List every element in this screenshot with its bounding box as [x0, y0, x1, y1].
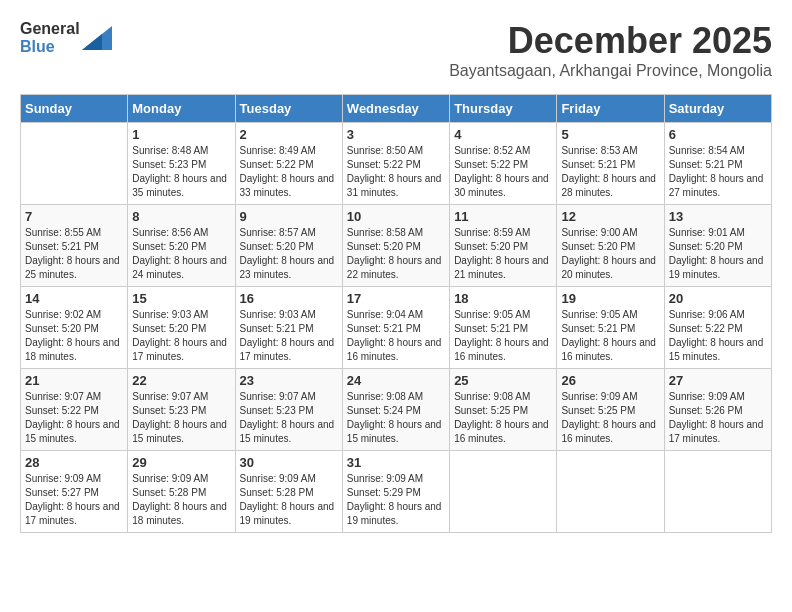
day-number: 4	[454, 127, 552, 142]
day-header-tuesday: Tuesday	[235, 95, 342, 123]
calendar-cell	[557, 451, 664, 533]
calendar-cell: 13Sunrise: 9:01 AMSunset: 5:20 PMDayligh…	[664, 205, 771, 287]
day-number: 6	[669, 127, 767, 142]
day-number: 24	[347, 373, 445, 388]
day-info: Sunrise: 9:08 AMSunset: 5:25 PMDaylight:…	[454, 390, 552, 446]
day-info: Sunrise: 8:56 AMSunset: 5:20 PMDaylight:…	[132, 226, 230, 282]
day-info: Sunrise: 8:52 AMSunset: 5:22 PMDaylight:…	[454, 144, 552, 200]
day-number: 28	[25, 455, 123, 470]
calendar-cell: 23Sunrise: 9:07 AMSunset: 5:23 PMDayligh…	[235, 369, 342, 451]
calendar-cell: 2Sunrise: 8:49 AMSunset: 5:22 PMDaylight…	[235, 123, 342, 205]
day-number: 13	[669, 209, 767, 224]
calendar-cell: 14Sunrise: 9:02 AMSunset: 5:20 PMDayligh…	[21, 287, 128, 369]
day-number: 3	[347, 127, 445, 142]
day-info: Sunrise: 9:07 AMSunset: 5:23 PMDaylight:…	[240, 390, 338, 446]
day-header-saturday: Saturday	[664, 95, 771, 123]
day-info: Sunrise: 9:07 AMSunset: 5:22 PMDaylight:…	[25, 390, 123, 446]
day-info: Sunrise: 9:04 AMSunset: 5:21 PMDaylight:…	[347, 308, 445, 364]
calendar-cell: 3Sunrise: 8:50 AMSunset: 5:22 PMDaylight…	[342, 123, 449, 205]
day-number: 15	[132, 291, 230, 306]
day-info: Sunrise: 9:05 AMSunset: 5:21 PMDaylight:…	[454, 308, 552, 364]
day-number: 19	[561, 291, 659, 306]
day-info: Sunrise: 9:09 AMSunset: 5:26 PMDaylight:…	[669, 390, 767, 446]
day-info: Sunrise: 9:07 AMSunset: 5:23 PMDaylight:…	[132, 390, 230, 446]
calendar-cell: 20Sunrise: 9:06 AMSunset: 5:22 PMDayligh…	[664, 287, 771, 369]
calendar-cell: 11Sunrise: 8:59 AMSunset: 5:20 PMDayligh…	[450, 205, 557, 287]
day-info: Sunrise: 8:59 AMSunset: 5:20 PMDaylight:…	[454, 226, 552, 282]
calendar-cell: 16Sunrise: 9:03 AMSunset: 5:21 PMDayligh…	[235, 287, 342, 369]
calendar-cell: 25Sunrise: 9:08 AMSunset: 5:25 PMDayligh…	[450, 369, 557, 451]
day-number: 25	[454, 373, 552, 388]
day-info: Sunrise: 8:58 AMSunset: 5:20 PMDaylight:…	[347, 226, 445, 282]
logo-blue: Blue	[20, 38, 55, 55]
calendar-cell	[664, 451, 771, 533]
calendar-cell: 19Sunrise: 9:05 AMSunset: 5:21 PMDayligh…	[557, 287, 664, 369]
day-number: 9	[240, 209, 338, 224]
page-container: General Blue December 2025 Bayantsagaan,…	[20, 20, 772, 533]
calendar-cell: 29Sunrise: 9:09 AMSunset: 5:28 PMDayligh…	[128, 451, 235, 533]
calendar-cell: 18Sunrise: 9:05 AMSunset: 5:21 PMDayligh…	[450, 287, 557, 369]
calendar-cell: 27Sunrise: 9:09 AMSunset: 5:26 PMDayligh…	[664, 369, 771, 451]
day-number: 8	[132, 209, 230, 224]
logo-icon	[82, 26, 112, 50]
day-info: Sunrise: 9:00 AMSunset: 5:20 PMDaylight:…	[561, 226, 659, 282]
calendar-cell: 1Sunrise: 8:48 AMSunset: 5:23 PMDaylight…	[128, 123, 235, 205]
day-info: Sunrise: 9:03 AMSunset: 5:20 PMDaylight:…	[132, 308, 230, 364]
calendar-table: SundayMondayTuesdayWednesdayThursdayFrid…	[20, 94, 772, 533]
day-number: 18	[454, 291, 552, 306]
month-title: December 2025	[449, 20, 772, 62]
day-number: 2	[240, 127, 338, 142]
day-number: 20	[669, 291, 767, 306]
calendar-cell	[450, 451, 557, 533]
calendar-cell: 8Sunrise: 8:56 AMSunset: 5:20 PMDaylight…	[128, 205, 235, 287]
day-number: 26	[561, 373, 659, 388]
day-info: Sunrise: 8:53 AMSunset: 5:21 PMDaylight:…	[561, 144, 659, 200]
day-number: 14	[25, 291, 123, 306]
calendar-cell: 15Sunrise: 9:03 AMSunset: 5:20 PMDayligh…	[128, 287, 235, 369]
day-number: 22	[132, 373, 230, 388]
calendar-cell: 9Sunrise: 8:57 AMSunset: 5:20 PMDaylight…	[235, 205, 342, 287]
calendar-cell: 4Sunrise: 8:52 AMSunset: 5:22 PMDaylight…	[450, 123, 557, 205]
day-header-thursday: Thursday	[450, 95, 557, 123]
week-row-0: 1Sunrise: 8:48 AMSunset: 5:23 PMDaylight…	[21, 123, 772, 205]
calendar-cell: 31Sunrise: 9:09 AMSunset: 5:29 PMDayligh…	[342, 451, 449, 533]
day-info: Sunrise: 8:50 AMSunset: 5:22 PMDaylight:…	[347, 144, 445, 200]
day-number: 16	[240, 291, 338, 306]
calendar-cell	[21, 123, 128, 205]
day-info: Sunrise: 9:08 AMSunset: 5:24 PMDaylight:…	[347, 390, 445, 446]
day-header-friday: Friday	[557, 95, 664, 123]
day-number: 23	[240, 373, 338, 388]
day-number: 12	[561, 209, 659, 224]
title-block: December 2025 Bayantsagaan, Arkhangai Pr…	[449, 20, 772, 90]
calendar-cell: 24Sunrise: 9:08 AMSunset: 5:24 PMDayligh…	[342, 369, 449, 451]
header-row: SundayMondayTuesdayWednesdayThursdayFrid…	[21, 95, 772, 123]
day-number: 7	[25, 209, 123, 224]
calendar-cell: 7Sunrise: 8:55 AMSunset: 5:21 PMDaylight…	[21, 205, 128, 287]
svg-marker-1	[82, 34, 102, 50]
calendar-cell: 28Sunrise: 9:09 AMSunset: 5:27 PMDayligh…	[21, 451, 128, 533]
logo: General Blue	[20, 20, 112, 56]
calendar-cell: 12Sunrise: 9:00 AMSunset: 5:20 PMDayligh…	[557, 205, 664, 287]
day-info: Sunrise: 9:09 AMSunset: 5:28 PMDaylight:…	[132, 472, 230, 528]
logo-general: General	[20, 20, 80, 37]
day-number: 31	[347, 455, 445, 470]
day-info: Sunrise: 8:49 AMSunset: 5:22 PMDaylight:…	[240, 144, 338, 200]
day-number: 29	[132, 455, 230, 470]
day-number: 17	[347, 291, 445, 306]
day-info: Sunrise: 8:48 AMSunset: 5:23 PMDaylight:…	[132, 144, 230, 200]
header: General Blue December 2025 Bayantsagaan,…	[20, 20, 772, 90]
day-info: Sunrise: 9:09 AMSunset: 5:28 PMDaylight:…	[240, 472, 338, 528]
calendar-cell: 5Sunrise: 8:53 AMSunset: 5:21 PMDaylight…	[557, 123, 664, 205]
calendar-cell: 21Sunrise: 9:07 AMSunset: 5:22 PMDayligh…	[21, 369, 128, 451]
day-header-wednesday: Wednesday	[342, 95, 449, 123]
calendar-cell: 17Sunrise: 9:04 AMSunset: 5:21 PMDayligh…	[342, 287, 449, 369]
week-row-1: 7Sunrise: 8:55 AMSunset: 5:21 PMDaylight…	[21, 205, 772, 287]
day-info: Sunrise: 9:09 AMSunset: 5:29 PMDaylight:…	[347, 472, 445, 528]
day-info: Sunrise: 9:01 AMSunset: 5:20 PMDaylight:…	[669, 226, 767, 282]
subtitle: Bayantsagaan, Arkhangai Province, Mongol…	[449, 62, 772, 80]
calendar-cell: 22Sunrise: 9:07 AMSunset: 5:23 PMDayligh…	[128, 369, 235, 451]
day-info: Sunrise: 9:05 AMSunset: 5:21 PMDaylight:…	[561, 308, 659, 364]
day-number: 27	[669, 373, 767, 388]
day-number: 11	[454, 209, 552, 224]
day-number: 10	[347, 209, 445, 224]
